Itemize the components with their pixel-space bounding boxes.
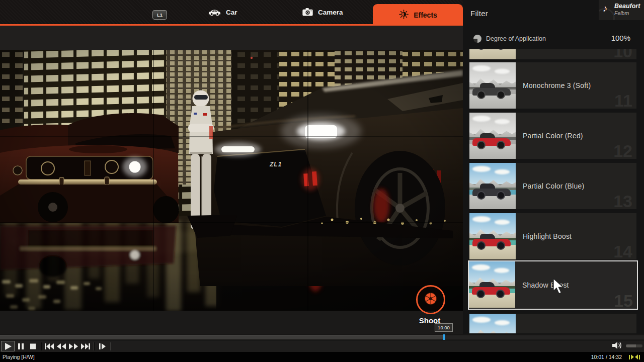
filter-thumbnail	[469, 113, 516, 159]
pie-icon	[473, 35, 481, 43]
now-playing-artist: Felbm	[614, 10, 629, 16]
filter-thumbnail	[469, 62, 516, 109]
ab-repeat-icon	[629, 354, 640, 359]
play-button[interactable]	[1, 341, 15, 351]
filter-name: Monochrome 3 (Soft)	[523, 81, 591, 89]
degree-of-application-value[interactable]: 100%	[611, 34, 630, 42]
skip-forward-button[interactable]	[79, 341, 92, 351]
fast-forward-button[interactable]	[67, 341, 79, 351]
filter-item[interactable]: 10	[469, 49, 636, 59]
filter-number: 11	[614, 92, 632, 109]
stop-button[interactable]	[27, 341, 39, 351]
tab-effects[interactable]: Effects	[373, 4, 463, 26]
camera-icon	[302, 8, 313, 17]
step-forward-button[interactable]	[96, 341, 108, 351]
filter-thumbnail	[469, 213, 516, 259]
filter-thumbnail	[469, 314, 516, 333]
music-note-icon: ♪	[603, 4, 608, 13]
photo-viewfinder: ZL1	[0, 50, 463, 311]
tab-car-label: Car	[226, 9, 237, 16]
filter-name: Highlight Boost	[523, 232, 572, 240]
filter-thumbnail	[469, 261, 515, 308]
filter-item-partial-color-blue[interactable]: Partial Color (Blue)13	[469, 163, 636, 209]
playback-time-display: 10:01 / 14:32	[591, 354, 622, 360]
skip-back-button[interactable]	[43, 341, 55, 351]
filter-number: 15	[614, 292, 633, 309]
brightness-icon	[398, 9, 409, 21]
transport-separator	[41, 342, 41, 350]
filter-thumbnail	[469, 163, 516, 209]
aperture-icon	[423, 291, 438, 308]
playback-time-badge: 10:00	[435, 323, 453, 332]
volume-slider[interactable]	[626, 344, 642, 347]
transport-separator	[110, 342, 111, 350]
transport-separator	[94, 342, 94, 350]
mouse-cursor	[552, 278, 566, 295]
filter-number: 10	[613, 49, 632, 60]
filter-panel-title: Filter	[470, 9, 488, 18]
seek-bar[interactable]	[0, 334, 644, 340]
viewer-top-margin	[0, 26, 463, 50]
shoot-button[interactable]	[416, 285, 445, 314]
status-bar: Playing [H/W] 10:01 / 14:32	[0, 352, 644, 362]
seek-fill	[0, 335, 444, 339]
transport-controls	[0, 340, 644, 352]
filter-number: 14	[613, 243, 632, 260]
tab-camera-label: Camera	[318, 9, 343, 16]
l1-shoulder-button-hint: L1	[152, 10, 167, 20]
pause-button[interactable]	[15, 341, 27, 351]
car-icon	[208, 8, 221, 16]
tab-car[interactable]: Car	[208, 0, 237, 24]
filter-item-monochrome-3-soft[interactable]: Monochrome 3 (Soft)11	[469, 62, 636, 109]
now-playing-widget: ♪ Beaufort Felbm	[599, 0, 644, 20]
filter-item-highlight-boost[interactable]: Highlight Boost14	[469, 213, 636, 259]
filter-number: 13	[613, 193, 632, 210]
filter-name: Partial Color (Red)	[523, 132, 583, 140]
filter-thumbnail	[469, 49, 516, 59]
photo-mode-screen: L1 Car Camera	[0, 0, 644, 362]
speaker-icon[interactable]	[611, 341, 623, 352]
now-playing-title: Beaufort	[614, 3, 640, 10]
playback-status-text: Playing [H/W]	[3, 354, 35, 360]
viewer-bottom-margin	[0, 311, 463, 334]
filter-number: 12	[613, 142, 632, 159]
rewind-button[interactable]	[55, 341, 67, 351]
filter-item[interactable]	[469, 314, 636, 333]
tab-camera[interactable]: Camera	[302, 0, 343, 24]
night-city-scene: ZL1	[0, 50, 463, 311]
filter-item-partial-color-red[interactable]: Partial Color (Red)12	[469, 113, 636, 159]
filter-name: Partial Color (Blue)	[523, 182, 584, 190]
degree-of-application-label: Degree of Application	[486, 35, 546, 42]
tab-effects-label: Effects	[414, 11, 437, 19]
